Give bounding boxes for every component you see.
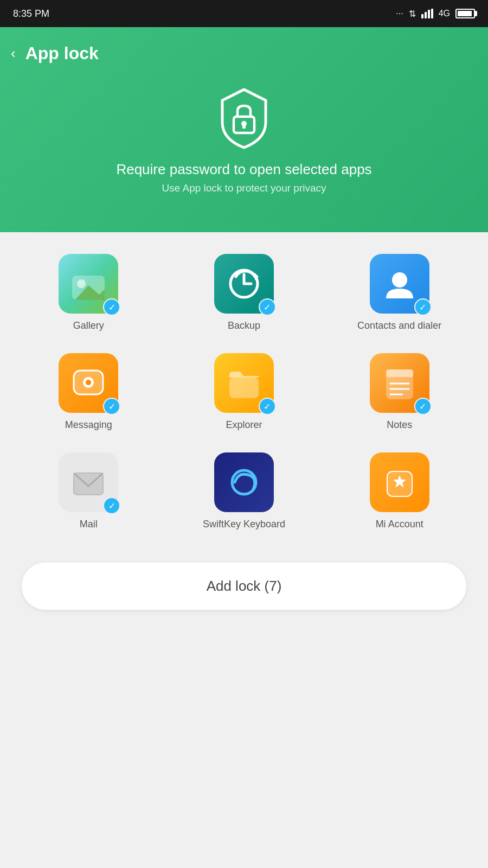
app-item-messaging[interactable]: ✓Messaging <box>16 353 161 431</box>
header-row: ‹ App lock <box>11 43 99 63</box>
check-badge-mail: ✓ <box>103 497 120 514</box>
check-badge-gallery: ✓ <box>103 298 120 316</box>
app-label-messaging: Messaging <box>65 419 112 431</box>
app-item-notes[interactable]: ✓Notes <box>327 353 472 431</box>
hero-section: ‹ App lock Require password to open sele… <box>0 27 488 232</box>
check-badge-explorer: ✓ <box>259 398 276 415</box>
app-item-explorer[interactable]: ✓Explorer <box>172 353 317 431</box>
status-time: 8:35 PM <box>13 8 49 20</box>
app-item-miaccount[interactable]: Mi Account <box>327 452 472 530</box>
signal-bars-icon <box>421 9 433 18</box>
add-lock-section: Add lock (7) <box>0 552 488 631</box>
page-title: App lock <box>25 43 99 63</box>
battery-icon <box>455 9 475 18</box>
check-badge-contacts: ✓ <box>414 298 432 316</box>
status-icons: ··· ⇅ 4G <box>396 9 475 19</box>
app-label-gallery: Gallery <box>73 320 104 331</box>
app-item-gallery[interactable]: ✓Gallery <box>16 254 161 331</box>
app-icon-wrap-explorer: ✓ <box>214 353 274 413</box>
app-label-swiftkey: SwiftKey Keyboard <box>203 519 285 530</box>
hero-sub-text: Use App lock to protect your privacy <box>162 182 326 194</box>
app-label-contacts: Contacts and dialer <box>357 320 441 331</box>
app-icon-wrap-messaging: ✓ <box>59 353 118 413</box>
app-label-notes: Notes <box>387 419 412 431</box>
app-grid: ✓Gallery ✓Backup ✓Contacts and dialer ✓M… <box>0 232 488 552</box>
check-badge-notes: ✓ <box>414 398 432 415</box>
signal-dots: ··· <box>396 9 403 18</box>
status-bar: 8:35 PM ··· ⇅ 4G <box>0 0 488 27</box>
network-label: 4G <box>439 9 450 18</box>
app-label-mail: Mail <box>80 519 98 530</box>
app-icon-wrap-backup: ✓ <box>214 254 274 314</box>
app-icon-wrap-contacts: ✓ <box>370 254 429 314</box>
hero-content: Require password to open selected apps U… <box>11 80 477 205</box>
check-badge-backup: ✓ <box>259 298 276 316</box>
back-button[interactable]: ‹ <box>11 45 16 62</box>
svg-rect-6 <box>242 124 246 129</box>
app-icon-swiftkey <box>214 452 274 512</box>
app-item-contacts[interactable]: ✓Contacts and dialer <box>327 254 472 331</box>
app-label-explorer: Explorer <box>226 419 262 431</box>
check-badge-messaging: ✓ <box>103 398 120 415</box>
svg-rect-0 <box>421 14 423 18</box>
app-icon-wrap-mail: ✓ <box>59 452 118 512</box>
app-item-backup[interactable]: ✓Backup <box>172 254 317 331</box>
svg-point-12 <box>392 272 407 288</box>
app-label-miaccount: Mi Account <box>376 519 423 530</box>
arrows-icon: ⇅ <box>409 9 416 19</box>
app-icon-wrap-miaccount <box>370 452 429 512</box>
add-lock-button[interactable]: Add lock (7) <box>22 563 466 610</box>
app-item-mail[interactable]: ✓Mail <box>16 452 161 530</box>
hero-main-text: Require password to open selected apps <box>116 161 371 178</box>
app-label-backup: Backup <box>228 320 260 331</box>
app-icon-wrap-swiftkey <box>214 452 274 512</box>
svg-point-8 <box>77 279 86 288</box>
shield-lock-icon <box>214 85 274 150</box>
svg-rect-3 <box>431 9 433 18</box>
app-icon-wrap-gallery: ✓ <box>59 254 118 314</box>
svg-rect-18 <box>386 369 413 377</box>
svg-rect-16 <box>229 378 259 398</box>
app-icon-wrap-notes: ✓ <box>370 353 429 413</box>
svg-rect-2 <box>428 10 430 18</box>
app-item-swiftkey[interactable]: SwiftKey Keyboard <box>172 452 317 530</box>
svg-point-15 <box>86 380 91 385</box>
svg-rect-1 <box>425 12 427 18</box>
app-icon-miaccount <box>370 452 429 512</box>
